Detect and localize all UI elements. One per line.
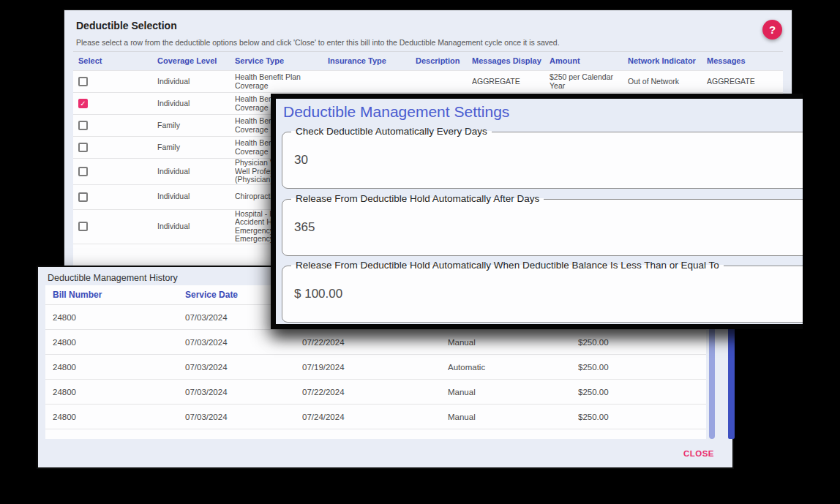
service-date-cell: 07/03/2024 [185, 413, 302, 421]
close-button[interactable]: CLOSE [683, 449, 714, 458]
coverage-level-cell: Individual [157, 93, 235, 114]
amount-cell: $250 per Calendar Year [550, 71, 628, 92]
column-header-insurance-type: Insurance Type [328, 52, 416, 70]
deductible-selection-subtitle: Please select a row from the deductible … [76, 38, 560, 47]
check-deductible-days-field[interactable]: Check Deductible Automatically Every Day… [282, 132, 803, 189]
field-label: Release From Deductible Hold Automatical… [291, 193, 544, 204]
bill-number-cell: 24800 [53, 313, 185, 322]
history-row[interactable]: 24800 07/03/2024 07/22/2024 Manual $250.… [45, 380, 706, 405]
deductible-selection-title: Deductible Selection [76, 20, 177, 31]
amount-cell: $250.00 [578, 363, 706, 372]
coverage-level-cell: Family [157, 115, 235, 136]
coverage-level-cell: Individual [157, 210, 235, 244]
bill-number-cell: 24800 [53, 413, 185, 421]
service-date-cell: 07/03/2024 [185, 363, 302, 372]
column-header-messages: Messages [707, 52, 780, 70]
history-row[interactable]: 24800 07/03/2024 07/24/2024 Manual $250.… [45, 405, 706, 429]
row-select-checkbox[interactable] [78, 99, 88, 108]
release-hold-balance-input[interactable]: $ 100.00 [294, 287, 342, 301]
amount-cell: $250.00 [578, 338, 706, 347]
check-deductible-days-input[interactable]: 30 [294, 153, 308, 168]
row-select-checkbox[interactable] [78, 192, 88, 202]
service-date-cell: 07/03/2024 [185, 388, 302, 396]
messages-display-cell: AGGREGATE [472, 71, 550, 92]
deductible-management-settings-dialog: Deductible Management Settings Check Ded… [271, 94, 803, 329]
messages-cell: AGGREGATE [707, 71, 780, 92]
row-select-checkbox[interactable] [78, 121, 88, 130]
question-mark-icon: ? [769, 23, 776, 36]
field-label: Check Deductible Automatically Every Day… [291, 126, 492, 137]
service-date-cell: 07/03/2024 [185, 338, 302, 347]
column-header-bill-number: Bill Number [53, 290, 185, 300]
bill-number-cell: 24800 [53, 363, 185, 372]
screen-background: Deductible Selection Please select a row… [0, 0, 840, 504]
row-select-checkbox[interactable] [78, 222, 88, 231]
description-cell [416, 71, 472, 92]
release-type-cell: Manual [448, 338, 578, 347]
column-header-network-indicator: Network Indicator [628, 52, 707, 70]
bill-number-cell: 24800 [53, 388, 185, 396]
date-cell: 07/24/2024 [302, 413, 448, 421]
service-type-cell: Health Benefit Plan Coverage [235, 71, 328, 92]
date-cell: 07/22/2024 [302, 338, 448, 347]
amount-cell: $250.00 [578, 388, 706, 396]
coverage-level-cell: Individual [157, 185, 235, 209]
field-label: Release From Deductible Hold Automatical… [291, 260, 724, 271]
history-row[interactable]: 24800 07/03/2024 07/22/2024 Manual $250.… [45, 330, 706, 355]
amount-cell: $250.00 [578, 413, 706, 421]
column-header-amount: Amount [550, 52, 628, 70]
release-hold-balance-field[interactable]: Release From Deductible Hold Automatical… [282, 266, 803, 323]
date-cell: 07/19/2024 [302, 363, 448, 372]
release-hold-after-days-input[interactable]: 365 [294, 220, 315, 235]
column-header-select: Select [78, 52, 157, 70]
row-select-checkbox[interactable] [78, 167, 88, 176]
release-type-cell: Manual [448, 413, 578, 421]
history-row[interactable]: 24800 07/03/2024 07/19/2024 Automatic $2… [45, 355, 706, 380]
release-type-cell: Manual [448, 388, 578, 396]
column-header-service-type: Service Type [235, 52, 328, 70]
row-select-checkbox[interactable] [78, 77, 88, 86]
network-indicator-cell: Out of Network [628, 71, 707, 92]
settings-dialog-title: Deductible Management Settings [283, 103, 509, 121]
insurance-type-cell [328, 71, 416, 92]
coverage-level-cell: Individual [157, 159, 235, 184]
release-type-cell: Automatic [448, 363, 578, 372]
column-header-description: Description [416, 52, 472, 70]
bill-number-cell: 24800 [53, 338, 185, 347]
date-cell: 07/22/2024 [302, 388, 448, 396]
column-header-coverage-level: Coverage Level [157, 52, 235, 70]
coverage-level-cell: Individual [157, 71, 235, 92]
table-header-row: Select Coverage Level Service Type Insur… [73, 52, 783, 71]
coverage-level-cell: Family [157, 137, 235, 158]
column-header-messages-display: Messages Display [472, 52, 550, 70]
row-select-checkbox[interactable] [78, 143, 88, 152]
release-hold-after-days-field[interactable]: Release From Deductible Hold Automatical… [282, 199, 803, 256]
history-dialog-title: Deductible Management History [48, 273, 178, 283]
table-row[interactable]: Individual Health Benefit Plan Coverage … [73, 71, 783, 93]
help-button[interactable]: ? [762, 20, 782, 40]
